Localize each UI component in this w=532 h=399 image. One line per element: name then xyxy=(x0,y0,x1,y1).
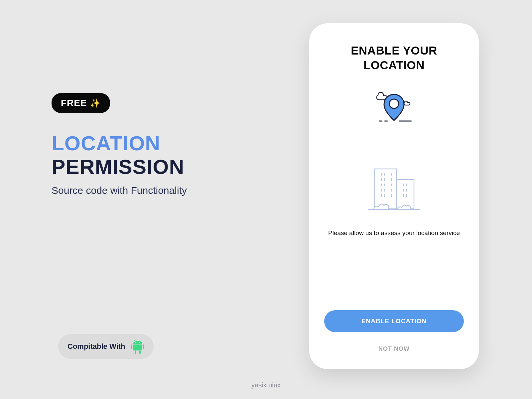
location-pin-illustration xyxy=(367,86,421,126)
promo-panel: FREE ✨ LOCATION PERMISSION Source code w… xyxy=(52,93,187,196)
svg-point-0 xyxy=(135,342,136,343)
svg-rect-7 xyxy=(135,350,136,354)
free-badge: FREE ✨ xyxy=(52,93,110,113)
svg-rect-4 xyxy=(133,344,142,350)
headline: LOCATION PERMISSION xyxy=(52,131,187,179)
phone-title-line2: LOCATION xyxy=(351,58,437,72)
svg-rect-8 xyxy=(139,350,141,354)
buildings-illustration xyxy=(364,166,424,215)
svg-rect-6 xyxy=(143,344,144,349)
compat-pill: Compitable With xyxy=(58,334,154,359)
subtitle: Source code with Functionality xyxy=(52,185,187,196)
svg-line-3 xyxy=(140,340,141,341)
svg-line-2 xyxy=(134,340,135,341)
sparkle-icon: ✨ xyxy=(90,98,101,108)
headline-location: LOCATION xyxy=(52,131,187,155)
phone-title: ENABLE YOUR LOCATION xyxy=(351,43,437,72)
svg-rect-14 xyxy=(397,180,414,209)
svg-point-1 xyxy=(139,342,140,343)
svg-point-9 xyxy=(389,99,399,108)
phone-title-line1: ENABLE YOUR xyxy=(351,43,437,58)
headline-permission: PERMISSION xyxy=(52,155,187,179)
watermark: yasik.uiux xyxy=(251,381,281,389)
free-badge-label: FREE xyxy=(61,98,87,108)
enable-location-button[interactable]: ENABLE LOCATION xyxy=(324,310,464,332)
android-icon xyxy=(131,339,144,354)
phone-description: Please allow us to assess your location … xyxy=(328,229,460,238)
phone-mock: ENABLE YOUR LOCATION xyxy=(309,23,479,369)
compat-label: Compitable With xyxy=(67,342,125,351)
svg-rect-5 xyxy=(131,344,132,349)
not-now-button[interactable]: NOT NOW xyxy=(375,342,413,356)
